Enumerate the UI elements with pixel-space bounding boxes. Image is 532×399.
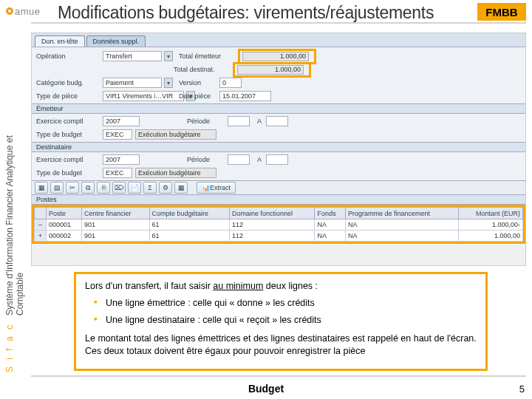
field-budget-type-d-desc: Exécution budgétaire xyxy=(135,168,216,178)
note-summary: Le montant total des lignes émettrices e… xyxy=(85,332,477,358)
logo-text: amue xyxy=(15,6,41,17)
highlight-grid: Poste Centre financier Compte budgétaire… xyxy=(32,205,525,244)
field-period-to-e[interactable] xyxy=(266,116,288,126)
tab-additional-data[interactable]: Données suppl. xyxy=(86,35,146,47)
label-doc-date: Date pièce xyxy=(179,92,219,100)
col-fonds: Fonds xyxy=(315,208,346,219)
line-items-table: Poste Centre financier Compte budgétaire… xyxy=(34,207,523,242)
label-budget-type-d: Type de budget xyxy=(36,169,103,177)
label-to-e: A xyxy=(257,117,266,125)
field-fiscal-year-d[interactable]: 2007 xyxy=(103,154,140,165)
field-total-dest: 1.000,00 xyxy=(237,65,304,75)
footer-separator xyxy=(31,375,526,377)
sap-tabstrip: Don. en-tête Données suppl. xyxy=(32,33,525,47)
toolbar-button-icon[interactable]: ⎘ xyxy=(97,182,110,194)
label-version: Version xyxy=(179,79,219,86)
footer-title: Budget xyxy=(0,383,532,395)
toolbar-button-icon[interactable]: ▤ xyxy=(50,182,64,194)
sap-screenshot: Don. en-tête Données suppl. Opération Tr… xyxy=(31,33,526,266)
label-doc-type: Type de pièce xyxy=(36,92,103,100)
toolbar-button-icon[interactable]: ▦ xyxy=(174,182,188,194)
toolbar-button-icon[interactable]: ⌦ xyxy=(112,182,126,194)
label-period-d: Période xyxy=(187,156,228,163)
toolbar-button-icon[interactable]: Σ xyxy=(143,182,157,194)
sifac-brand: S i f a c xyxy=(4,323,15,372)
highlight-totals-dest: 1.000,00 xyxy=(233,62,311,78)
field-doc-date[interactable]: 15.01.2007 xyxy=(219,91,271,101)
field-period-e[interactable] xyxy=(228,116,250,126)
col-select xyxy=(35,208,47,219)
label-to-d: A xyxy=(257,156,266,163)
row-sign: + xyxy=(35,231,47,242)
toolbar-button-icon[interactable]: ⚙ xyxy=(159,182,172,194)
dropdown-icon[interactable]: ▾ xyxy=(164,51,173,61)
field-budget-type-e-desc: Exécution budgétaire xyxy=(135,129,216,140)
logo-dot-icon xyxy=(6,7,13,15)
sifac-subtitle-2: Comptable xyxy=(15,273,25,316)
label-period-e: Période xyxy=(187,117,228,125)
field-budget-type-d[interactable]: EXEC xyxy=(103,168,132,178)
transaction-code-badge: FMBB xyxy=(477,3,526,21)
row-sign: – xyxy=(35,219,47,231)
sifac-subtitle-1: Système d'Information Financier Analytiq… xyxy=(4,135,15,316)
field-budget-cat[interactable]: Paiement xyxy=(103,78,162,88)
title-underline xyxy=(31,22,526,24)
brand-logo: amue xyxy=(6,4,49,18)
grid-toolbar: ▦ ▤ ✂ ⧉ ⎘ ⌦ 📄 Σ ⚙ ▦ 📊 Extract xyxy=(32,180,525,195)
label-fiscal-year-e: Exercice comptl xyxy=(36,117,103,125)
grid-title: Postes xyxy=(32,195,525,205)
field-fiscal-year-e[interactable]: 2007 xyxy=(103,116,140,126)
toolbar-button-icon[interactable]: 📄 xyxy=(128,182,141,194)
label-operation: Opération xyxy=(36,52,103,60)
col-montant: Montant (EUR) xyxy=(459,208,523,219)
note-intro: Lors d'un transfert, il faut saisir au m… xyxy=(85,280,477,293)
col-compte-budgetaire: Compte budgétaire xyxy=(149,208,229,219)
vertical-label: S i f a c Système d'Information Financie… xyxy=(4,62,25,372)
col-programme: Programme de financement xyxy=(345,208,458,219)
toolbar-button-icon[interactable]: ▦ xyxy=(35,182,48,194)
col-poste: Poste xyxy=(47,208,82,219)
section-destinataire: Destinataire xyxy=(32,142,525,152)
label-total-emetteur: Total émetteur xyxy=(179,52,238,60)
table-row[interactable]: – 000001 901 61 112 NA NA 1.000,00- xyxy=(35,219,523,231)
table-row[interactable]: + 000002 901 61 112 NA NA 1.000,00 xyxy=(35,231,523,242)
toolbar-extract-button[interactable]: 📊 Extract xyxy=(197,182,236,194)
section-emetteur: Émetteur xyxy=(32,103,525,114)
toolbar-button-icon[interactable]: ⧉ xyxy=(81,182,95,194)
note-bullet-destinataire: Une ligne destinataire : celle qui « reç… xyxy=(94,314,477,327)
note-bullet-emettrice: Une ligne émettrice : celle qui « donne … xyxy=(94,297,477,310)
instruction-note: Lors d'un transfert, il faut saisir au m… xyxy=(74,272,488,371)
label-total-dest: Total destinat. xyxy=(174,66,233,73)
tab-header-data[interactable]: Don. en-tête xyxy=(35,35,85,47)
field-budget-type-e[interactable]: EXEC xyxy=(103,129,132,140)
field-period-d[interactable] xyxy=(228,154,250,165)
label-budget-cat: Catégorie budg. xyxy=(36,79,103,86)
toolbar-button-icon[interactable]: ✂ xyxy=(66,182,79,194)
slide-title: Modifications budgétaires: virements/réa… xyxy=(58,3,434,23)
field-operation[interactable]: Transfert xyxy=(103,51,162,61)
col-domaine-fonctionnel: Domaine fonctionnel xyxy=(229,208,315,219)
field-period-to-d[interactable] xyxy=(266,154,288,165)
label-budget-type-e: Type de budget xyxy=(36,131,103,138)
dropdown-icon[interactable]: ▾ xyxy=(164,78,173,88)
field-version[interactable]: 0 xyxy=(219,78,242,88)
col-centre-financier: Centre financier xyxy=(82,208,149,219)
page-number: 5 xyxy=(519,383,525,395)
field-doc-type[interactable]: VIR1 Virements i…VIR xyxy=(103,91,184,101)
field-total-emetteur: 1.000,00 xyxy=(242,52,309,61)
label-fiscal-year-d: Exercice comptl xyxy=(36,156,103,163)
